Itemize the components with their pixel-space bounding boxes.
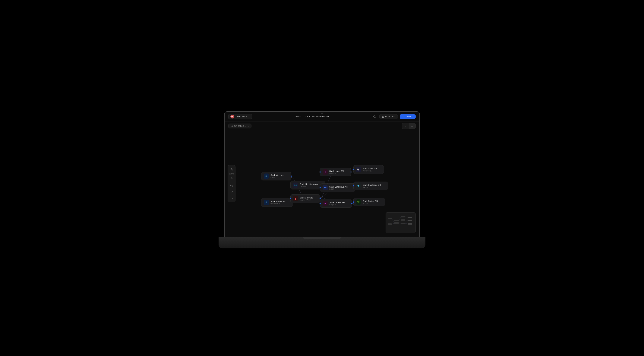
node-catalogue-api-subtitle: REST [329,188,348,190]
svg-rect-13 [394,220,399,221]
mysql-icon: 🐬 [356,183,361,188]
user-selector[interactable]: AK Alicia Koch ⌄ [228,114,252,119]
node-gateway-subtitle: Apache APISIX [300,199,313,201]
node-catalogue-db-title: Stark Catalogue DB [363,184,381,186]
node-users-db-info: Stark Users DB PostgreSQL [363,168,377,172]
avatar: AK [230,115,234,119]
node-orders-db-port-left[interactable] [352,201,354,203]
node-identity-server-info: Stark Identity server Keycloak [300,183,318,187]
node-catalogue-api-info: Stark Catalogue API REST [329,186,348,190]
gateway-icon: ▲ [293,196,298,201]
node-users-db-port-left[interactable] [352,169,354,171]
node-catalogue-db-port-left[interactable] [352,185,354,187]
node-users-api-port-left[interactable] [319,171,321,173]
node-orders-api-port-left[interactable] [319,202,321,204]
node-identity-server-subtitle: Keycloak [300,185,318,187]
breadcrumb-separator: / [305,115,306,118]
node-mobile-app-menu[interactable]: ⋮ [288,201,290,204]
rest-icon: API [322,185,328,190]
lock-button[interactable] [229,195,234,200]
view-rectangle-button[interactable]: ▭ [409,123,416,129]
header-left: AK Alicia Koch ⌄ [228,114,252,119]
node-users-api-menu[interactable]: ⋮ [346,170,348,174]
tool-divider-1 [230,182,234,182]
node-orders-api-title: Stark Orders API [329,201,345,203]
graphql-users-icon: ❋ [322,169,328,175]
svg-line-27 [405,217,408,217]
node-users-api[interactable]: ❋ Stark Users API GraphQL ⋮ [320,168,351,176]
laptop-notch [303,237,341,239]
node-orders-api[interactable]: ❋ Stark Orders API GraphQL ⋮ [320,199,352,208]
node-web-app-subtitle: React [270,177,284,178]
node-mobile-app[interactable]: ⚛ Stark Mobile app React native ⋮ [261,198,293,207]
header-right: Download Publish [372,114,416,120]
svg-marker-2 [403,116,404,117]
svg-line-29 [405,223,408,224]
node-gateway-info: Stark Gateway Apache APISIX [300,196,313,201]
node-orders-api-port-right[interactable] [351,202,353,204]
node-gateway-title: Stark Gateway [300,196,313,199]
node-users-api-title: Stark Users API [329,170,344,172]
zoom-level: 100% [229,173,234,175]
node-gateway[interactable]: ▲ Stark Gateway Apache APISIX ⋮ [290,194,320,203]
zoom-out-button[interactable] [229,167,234,172]
node-catalogue-api-port-left[interactable] [319,187,321,189]
svg-rect-18 [408,217,412,218]
svg-rect-17 [401,223,405,224]
breadcrumb: Project 1 / Infrastructure builder [294,115,330,118]
node-catalogue-api[interactable]: API Stark Catalogue API REST ⋮ [320,183,355,192]
svg-line-23 [392,223,394,224]
node-orders-api-subtitle: GraphQL [329,204,345,206]
svg-line-28 [405,220,408,220]
svg-line-25 [399,220,401,223]
keycloak-icon: ◎◎ [293,182,298,188]
fullscreen-button[interactable] [229,189,234,194]
node-users-db-menu[interactable]: ⋮ [378,168,382,171]
node-orders-db[interactable]: 🌿 Stark Orders DB MongoDB ⋮ [354,198,385,206]
node-mobile-app-title: Stark Mobile app [270,200,286,203]
node-catalogue-api-menu[interactable]: ⋮ [350,186,352,189]
mini-map-svg [386,212,416,233]
download-button[interactable]: Download [379,114,398,119]
postgres-icon: 🐘 [356,167,361,172]
view-circle-button[interactable]: ○ [402,123,409,129]
node-catalogue-db-menu[interactable]: ⋮ [382,184,386,187]
svg-line-24 [399,217,401,220]
node-gateway-menu[interactable]: ⋮ [315,197,318,200]
node-orders-db-title: Stark Orders DB [363,200,378,202]
svg-line-8 [232,191,232,192]
node-web-app[interactable]: ⚛ Stark Web app React ⋮ [261,172,291,180]
node-mobile-app-subtitle: React native [270,203,286,205]
zoom-in-button[interactable] [229,176,234,181]
node-users-db[interactable]: 🐘 Stark Users DB PostgreSQL ⋮ [354,165,384,174]
svg-rect-19 [408,220,412,221]
select-option-dropdown[interactable]: Select option... ⌄ [228,124,252,128]
node-orders-db-subtitle: MongoDB [363,202,378,204]
user-name: Alicia Koch [236,115,247,118]
svg-rect-16 [401,219,405,221]
node-gateway-port-left[interactable] [290,198,291,199]
chevron-down-icon: ⌄ [248,116,250,118]
view-toggle: ○ ▭ [402,123,416,129]
node-orders-api-menu[interactable]: ⋮ [346,202,350,205]
node-users-api-port-right[interactable] [350,171,352,173]
publish-button[interactable]: Publish [400,114,416,119]
camera-dot [322,113,322,114]
breadcrumb-current: Infrastructure builder [307,115,330,118]
app-container: AK Alicia Koch ⌄ Project 1 / Infrastruct… [224,112,420,237]
search-button[interactable] [372,114,378,120]
node-web-app-menu[interactable]: ⋮ [286,175,289,178]
node-users-api-subtitle: GraphQL [329,172,344,174]
react-native-icon: ⚛ [264,200,269,205]
svg-rect-20 [408,223,412,225]
node-orders-api-info: Stark Orders API GraphQL [329,201,345,206]
node-web-app-info: Stark Web app React [270,174,284,178]
svg-line-22 [392,218,394,223]
node-catalogue-db[interactable]: 🐬 Stark Catalogue DB MySQL ⋮ [354,181,388,190]
chevron-down-icon: ⌄ [247,125,249,127]
node-web-app-title: Stark Web app [270,174,284,176]
svg-rect-14 [394,222,399,224]
history-button[interactable] [229,183,234,188]
node-web-app-port-right[interactable] [290,175,292,177]
node-orders-db-menu[interactable]: ⋮ [379,200,382,204]
